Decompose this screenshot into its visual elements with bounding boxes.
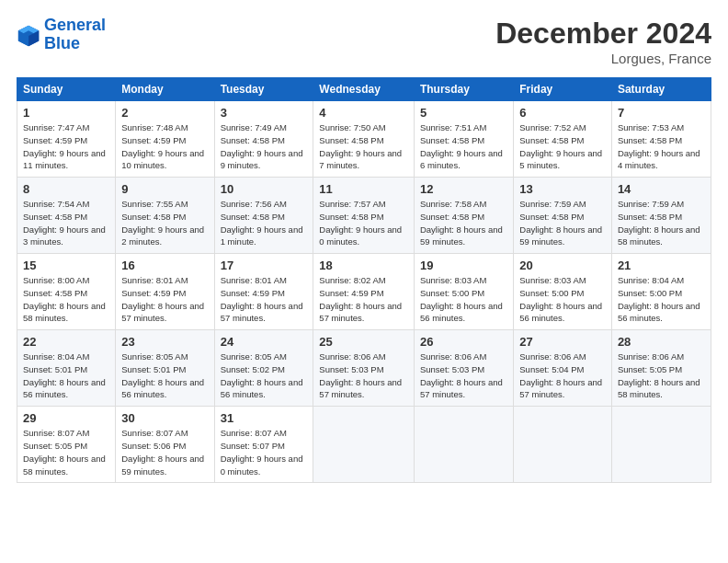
day-cell: 12Sunrise: 7:58 AM Sunset: 4:58 PM Dayli… [414,178,513,254]
day-cell: 13Sunrise: 7:59 AM Sunset: 4:58 PM Dayli… [514,178,612,254]
day-info: Sunrise: 8:03 AM Sunset: 5:00 PM Dayligh… [519,274,606,325]
day-number: 13 [519,182,606,196]
day-info: Sunrise: 7:55 AM Sunset: 4:58 PM Dayligh… [121,198,208,248]
day-number: 10 [221,182,308,196]
day-cell: 16Sunrise: 8:01 AM Sunset: 4:59 PM Dayli… [116,254,214,330]
day-number: 7 [618,106,705,120]
day-cell: 2Sunrise: 7:48 AM Sunset: 4:59 PM Daylig… [116,101,214,178]
day-cell: 21Sunrise: 8:04 AM Sunset: 5:00 PM Dayli… [611,254,711,330]
day-cell: 30Sunrise: 8:07 AM Sunset: 5:06 PM Dayli… [116,407,214,483]
title-block: December 2024 Lorgues, France [495,17,711,66]
week-row-2: 8Sunrise: 7:54 AM Sunset: 4:58 PM Daylig… [17,178,711,254]
day-number: 17 [221,259,308,272]
day-info: Sunrise: 7:59 AM Sunset: 4:58 PM Dayligh… [519,198,606,248]
day-cell [313,407,415,483]
day-cell: 20Sunrise: 8:03 AM Sunset: 5:00 PM Dayli… [514,254,612,330]
day-number: 18 [319,259,408,272]
logo-line2: Blue [44,34,80,52]
day-cell: 8Sunrise: 7:54 AM Sunset: 4:58 PM Daylig… [17,178,116,254]
day-cell: 10Sunrise: 7:56 AM Sunset: 4:58 PM Dayli… [214,178,313,254]
day-info: Sunrise: 7:59 AM Sunset: 4:58 PM Dayligh… [618,198,705,248]
day-info: Sunrise: 8:07 AM Sunset: 5:07 PM Dayligh… [221,427,308,477]
day-number: 15 [23,259,109,272]
day-info: Sunrise: 8:04 AM Sunset: 5:00 PM Dayligh… [618,274,705,325]
day-info: Sunrise: 7:58 AM Sunset: 4:58 PM Dayligh… [420,198,507,248]
day-cell: 28Sunrise: 8:06 AM Sunset: 5:05 PM Dayli… [611,330,711,407]
day-number: 23 [121,335,208,349]
day-header-sunday: Sunday [17,78,116,101]
day-cell [611,407,711,483]
day-header-thursday: Thursday [414,78,513,101]
day-cell: 1Sunrise: 7:47 AM Sunset: 4:59 PM Daylig… [17,101,116,178]
day-number: 28 [618,335,705,349]
day-info: Sunrise: 8:05 AM Sunset: 5:01 PM Dayligh… [121,350,208,401]
day-number: 24 [221,335,308,349]
day-number: 3 [221,106,308,120]
day-info: Sunrise: 7:51 AM Sunset: 4:58 PM Dayligh… [420,121,507,172]
week-row-5: 29Sunrise: 8:07 AM Sunset: 5:05 PM Dayli… [17,407,711,483]
day-info: Sunrise: 8:06 AM Sunset: 5:04 PM Dayligh… [519,350,606,401]
day-cell: 25Sunrise: 8:06 AM Sunset: 5:03 PM Dayli… [313,330,415,407]
week-row-4: 22Sunrise: 8:04 AM Sunset: 5:01 PM Dayli… [17,330,711,407]
day-cell: 14Sunrise: 7:59 AM Sunset: 4:58 PM Dayli… [611,178,711,254]
day-number: 9 [121,182,208,196]
logo-text: General Blue [44,17,106,53]
day-info: Sunrise: 7:57 AM Sunset: 4:58 PM Dayligh… [319,198,408,248]
day-number: 27 [519,335,606,349]
day-cell: 19Sunrise: 8:03 AM Sunset: 5:00 PM Dayli… [414,254,513,330]
day-info: Sunrise: 8:07 AM Sunset: 5:05 PM Dayligh… [23,427,109,477]
day-cell: 18Sunrise: 8:02 AM Sunset: 4:59 PM Dayli… [313,254,415,330]
day-cell: 17Sunrise: 8:01 AM Sunset: 4:59 PM Dayli… [214,254,313,330]
day-number: 11 [319,182,408,196]
day-info: Sunrise: 7:54 AM Sunset: 4:58 PM Dayligh… [23,198,109,248]
day-cell: 26Sunrise: 8:06 AM Sunset: 5:03 PM Dayli… [414,330,513,407]
day-cell: 15Sunrise: 8:00 AM Sunset: 4:58 PM Dayli… [17,254,116,330]
day-header-wednesday: Wednesday [313,78,415,101]
logo-line1: General [44,16,106,34]
day-cell: 29Sunrise: 8:07 AM Sunset: 5:05 PM Dayli… [17,407,116,483]
day-info: Sunrise: 8:01 AM Sunset: 4:59 PM Dayligh… [121,274,208,325]
day-info: Sunrise: 7:48 AM Sunset: 4:59 PM Dayligh… [121,121,208,172]
day-cell: 27Sunrise: 8:06 AM Sunset: 5:04 PM Dayli… [514,330,612,407]
day-number: 22 [23,335,109,349]
day-cell [514,407,612,483]
location: Lorgues, France [495,51,711,66]
day-info: Sunrise: 8:06 AM Sunset: 5:03 PM Dayligh… [319,350,408,401]
day-cell: 9Sunrise: 7:55 AM Sunset: 4:58 PM Daylig… [116,178,214,254]
page-container: General Blue December 2024 Lorgues, Fran… [0,0,728,492]
day-number: 14 [618,182,705,196]
day-cell: 23Sunrise: 8:05 AM Sunset: 5:01 PM Dayli… [116,330,214,407]
day-number: 26 [420,335,507,349]
day-info: Sunrise: 8:00 AM Sunset: 4:58 PM Dayligh… [23,274,109,325]
page-header: General Blue December 2024 Lorgues, Fran… [17,17,711,66]
day-info: Sunrise: 8:05 AM Sunset: 5:02 PM Dayligh… [221,350,308,401]
day-number: 19 [420,259,507,272]
day-cell: 3Sunrise: 7:49 AM Sunset: 4:58 PM Daylig… [214,101,313,178]
day-info: Sunrise: 7:49 AM Sunset: 4:58 PM Dayligh… [221,121,308,172]
day-cell: 6Sunrise: 7:52 AM Sunset: 4:58 PM Daylig… [514,101,612,178]
logo: General Blue [17,17,106,53]
day-cell: 22Sunrise: 8:04 AM Sunset: 5:01 PM Dayli… [17,330,116,407]
day-number: 16 [121,259,208,272]
day-cell: 7Sunrise: 7:53 AM Sunset: 4:58 PM Daylig… [611,101,711,178]
logo-icon [17,22,42,48]
calendar-table: SundayMondayTuesdayWednesdayThursdayFrid… [17,77,711,483]
day-info: Sunrise: 7:50 AM Sunset: 4:58 PM Dayligh… [319,121,408,172]
day-cell: 5Sunrise: 7:51 AM Sunset: 4:58 PM Daylig… [414,101,513,178]
day-number: 2 [121,106,208,120]
day-number: 5 [420,106,507,120]
day-number: 29 [23,411,109,425]
day-info: Sunrise: 7:56 AM Sunset: 4:58 PM Dayligh… [221,198,308,248]
week-row-3: 15Sunrise: 8:00 AM Sunset: 4:58 PM Dayli… [17,254,711,330]
day-number: 1 [23,106,109,120]
day-info: Sunrise: 8:07 AM Sunset: 5:06 PM Dayligh… [121,427,208,477]
month-title: December 2024 [495,17,711,51]
day-header-monday: Monday [116,78,214,101]
day-info: Sunrise: 8:06 AM Sunset: 5:05 PM Dayligh… [618,350,705,401]
day-number: 8 [23,182,109,196]
day-number: 4 [319,106,408,120]
day-cell: 24Sunrise: 8:05 AM Sunset: 5:02 PM Dayli… [214,330,313,407]
day-info: Sunrise: 8:03 AM Sunset: 5:00 PM Dayligh… [420,274,507,325]
day-number: 30 [121,411,208,425]
day-number: 25 [319,335,408,349]
